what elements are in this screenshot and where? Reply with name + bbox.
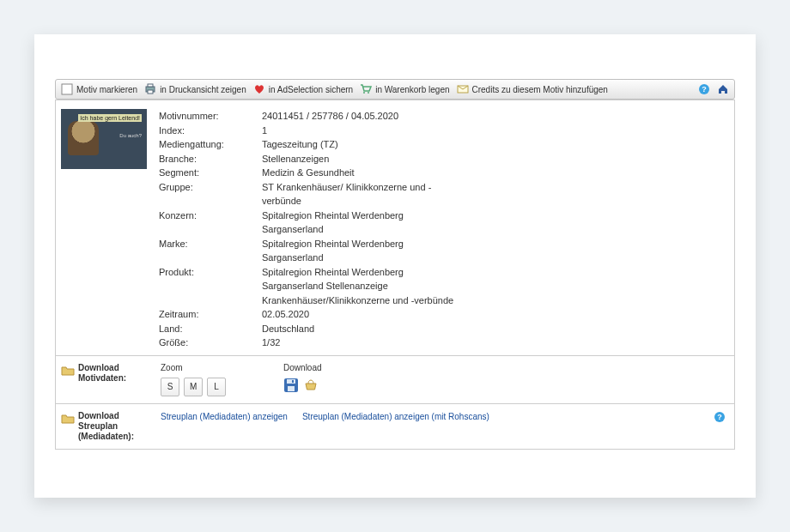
detail-key: Mediengattung: [159,137,262,152]
detail-key: Branche: [159,152,262,166]
zoom-l-button[interactable]: L [207,378,226,396]
mark-motiv-button[interactable]: Motiv markieren [61,83,137,95]
checkbox-icon [61,83,73,95]
print-view-label: in Druckansicht zeigen [160,85,246,94]
action-toolbar: Motiv markieren in Druckansicht zeigen i… [55,79,735,100]
detail-value: Spitalregion Rheintal Werdenberg Sargans… [262,265,459,308]
detail-key: Motivnummer: [159,109,262,124]
credits-button[interactable]: Credits zu diesem Motiv hinzufügen [457,83,608,95]
detail-value: 24011451 / 257786 / 04.05.2020 [262,109,459,124]
streuplan-rohscans-link[interactable]: Streuplan (Mediadaten) anzeigen (mit Roh… [302,412,489,421]
detail-value: Spitalregion Rheintal Werdenberg Sargans… [262,209,459,237]
download-motivdaten-section: Download Motivdaten: Zoom S M L Download [55,356,735,404]
streuplan-link[interactable]: Streuplan (Mediadaten) anzeigen [161,412,288,421]
svg-rect-2 [148,84,153,87]
credits-label: Credits zu diesem Motiv hinzufügen [472,85,608,94]
adselection-button[interactable]: in AdSelection sichern [253,83,353,95]
svg-text:?: ? [702,85,707,94]
details-section: Ich habe gern Leitend! Du auch? Motivnum… [55,100,735,356]
help-icon[interactable]: ? [698,83,710,95]
motiv-thumbnail[interactable]: Ich habe gern Leitend! Du auch? [61,109,147,169]
mail-icon [457,83,469,95]
detail-value: Medizin & Gesundheit [262,166,459,180]
download-streuplan-section: Download Streuplan (Mediadaten): Streupl… [55,404,735,450]
detail-row: Motivnummer:24011451 / 257786 / 04.05.20… [159,109,724,124]
detail-row: Gruppe:ST Krankenhäuser/ Klinikkonzerne … [159,180,724,209]
detail-value: 1 [262,124,459,138]
detail-value: 02.05.2020 [262,307,459,322]
cart-button[interactable]: in Warenkorb legen [360,83,449,95]
heart-icon [253,83,265,95]
detail-row: Land:Deutschland [159,322,724,336]
svg-point-5 [368,92,369,94]
panel-card: Motiv markieren in Druckansicht zeigen i… [34,34,756,498]
download-basket-icon[interactable] [304,378,318,394]
detail-key: Index: [159,124,262,138]
detail-row: Index:1 [159,124,724,138]
save-icon[interactable] [283,378,299,395]
folder-icon [61,364,75,378]
detail-row: Produkt:Spitalregion Rheintal Werdenberg… [159,265,724,308]
svg-rect-3 [148,90,153,94]
thumb-tag-1: Ich habe gern Leitend! [78,114,142,122]
detail-row: Branche:Stellenanzeigen [159,152,724,166]
thumb-tag-2: Du auch? [119,133,142,138]
svg-text:?: ? [717,413,722,421]
zoom-m-button[interactable]: M [184,378,203,396]
detail-row: Konzern:Spitalregion Rheintal Werdenberg… [159,209,724,237]
detail-key: Produkt: [159,265,262,308]
detail-row: Marke:Spitalregion Rheintal Werdenberg S… [159,237,724,265]
download-header: Download [283,363,321,372]
folder-icon [61,412,75,426]
svg-point-4 [363,92,365,94]
detail-value: Deutschland [262,322,459,336]
detail-row: Segment:Medizin & Gesundheit [159,166,724,180]
mark-motiv-label: Motiv markieren [76,85,137,94]
detail-row: Größe:1/32 [159,336,724,350]
detail-key: Konzern: [159,209,262,237]
zoom-header: Zoom [161,363,281,372]
detail-value: ST Krankenhäuser/ Klinikkonzerne und -ve… [262,180,459,209]
detail-row: Zeitraum:02.05.2020 [159,307,724,322]
adselection-label: in AdSelection sichern [269,85,353,94]
download-streuplan-label: Download Streuplan (Mediadaten): [78,411,143,442]
svg-rect-10 [287,379,295,384]
detail-key: Marke: [159,237,262,265]
printer-icon [144,83,156,95]
details-table: Motivnummer:24011451 / 257786 / 04.05.20… [159,109,724,350]
svg-rect-11 [288,386,295,391]
detail-value: Spitalregion Rheintal Werdenberg Sargans… [262,237,459,265]
download-motivdaten-label: Download Motivdaten: [78,363,143,384]
detail-key: Gruppe: [159,180,262,209]
print-view-button[interactable]: in Druckansicht zeigen [144,83,246,95]
svg-rect-12 [292,380,294,383]
detail-value: Tageszeitung (TZ) [262,137,459,152]
zoom-s-button[interactable]: S [161,378,179,396]
detail-value: 1/32 [262,336,459,350]
detail-value: Stellenanzeigen [262,152,459,166]
cart-label: in Warenkorb legen [375,85,449,94]
detail-key: Zeitraum: [159,307,262,322]
cart-icon [360,83,372,95]
detail-key: Größe: [159,336,262,350]
home-icon[interactable] [717,83,729,95]
detail-key: Segment: [159,166,262,180]
svg-rect-0 [62,84,72,94]
help-icon[interactable]: ? [714,411,726,423]
detail-key: Land: [159,322,262,336]
detail-row: Mediengattung:Tageszeitung (TZ) [159,137,724,152]
